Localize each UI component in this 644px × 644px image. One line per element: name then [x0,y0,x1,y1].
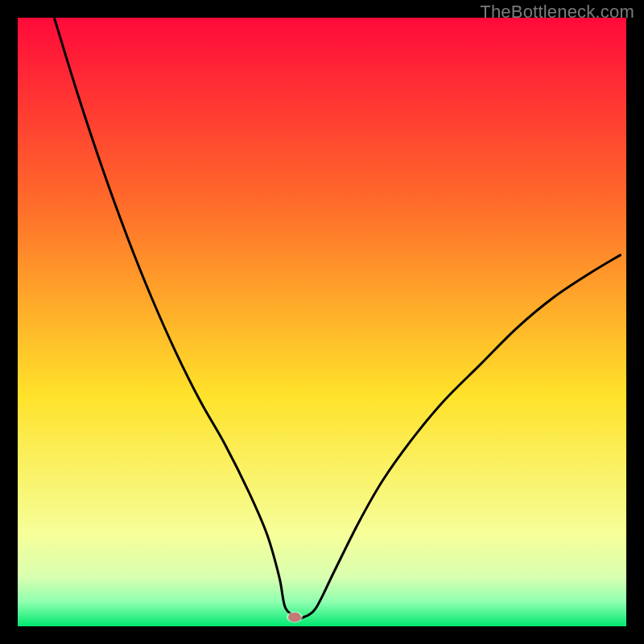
chart-plot-area [18,18,626,626]
bottleneck-chart [0,0,644,644]
watermark-text: TheBottleneck.com [480,2,634,23]
optimal-marker [288,613,301,622]
